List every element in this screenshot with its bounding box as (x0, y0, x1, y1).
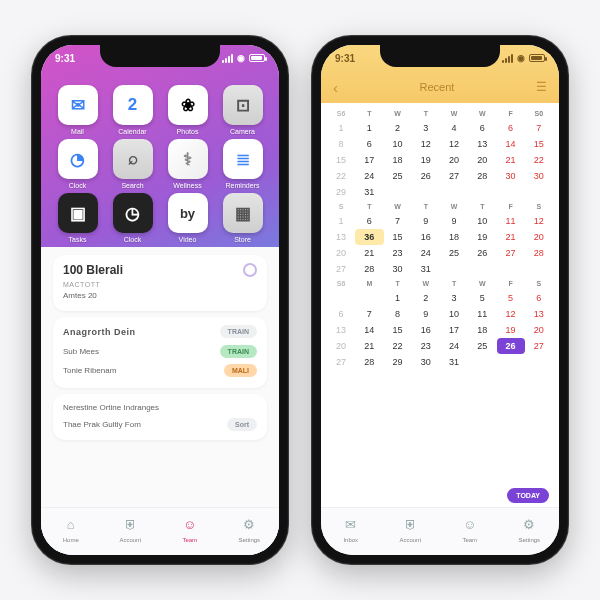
day-cell[interactable]: 7 (384, 213, 412, 229)
day-cell[interactable]: 30 (497, 168, 525, 184)
day-cell[interactable]: 30 (412, 354, 440, 370)
day-cell[interactable] (468, 354, 496, 370)
day-cell[interactable]: 13 (468, 136, 496, 152)
day-cell[interactable]: 5 (468, 290, 496, 306)
day-cell[interactable]: 25 (440, 245, 468, 261)
day-cell[interactable]: 25 (468, 338, 496, 354)
app-photos[interactable]: ❀Photos (165, 85, 210, 135)
tab-team[interactable]: ☺Team (440, 515, 500, 543)
tab-account[interactable]: ⛨Account (381, 515, 441, 543)
day-cell[interactable]: 2 (412, 290, 440, 306)
day-cell[interactable]: 21 (497, 229, 525, 245)
day-cell[interactable]: 20 (525, 229, 553, 245)
day-cell[interactable]: 15 (327, 152, 355, 168)
day-cell[interactable]: 28 (355, 261, 383, 277)
day-cell[interactable]: 31 (440, 354, 468, 370)
day-cell[interactable]: 1 (355, 120, 383, 136)
day-cell[interactable]: 6 (497, 120, 525, 136)
day-cell[interactable]: 20 (327, 245, 355, 261)
widget-list[interactable]: Nerestine Ortine Indranges Thae Prak Gul… (53, 394, 267, 440)
day-cell[interactable]: 24 (412, 245, 440, 261)
day-cell[interactable]: 18 (440, 229, 468, 245)
app-tasks[interactable]: ▣Tasks (55, 193, 100, 243)
day-cell[interactable]: 25 (384, 168, 412, 184)
day-cell[interactable]: 4 (440, 120, 468, 136)
day-cell[interactable]: 28 (468, 168, 496, 184)
day-cell[interactable]: 10 (468, 213, 496, 229)
day-cell[interactable]: 14 (355, 322, 383, 338)
day-cell[interactable]: 15 (384, 229, 412, 245)
day-cell[interactable]: 8 (327, 136, 355, 152)
day-cell[interactable]: 24 (355, 168, 383, 184)
tab-home[interactable]: ⌂Home (41, 515, 101, 543)
day-cell[interactable]: 29 (327, 184, 355, 200)
day-cell[interactable]: 15 (384, 322, 412, 338)
day-cell[interactable]: 13 (327, 229, 355, 245)
day-cell[interactable]: 3 (440, 290, 468, 306)
status-chip[interactable]: TRAIN (220, 345, 257, 358)
day-cell[interactable]: 16 (412, 322, 440, 338)
day-cell[interactable]: 5 (497, 290, 525, 306)
day-cell[interactable]: 6 (327, 306, 355, 322)
day-cell[interactable]: 12 (440, 136, 468, 152)
day-cell[interactable]: 18 (468, 322, 496, 338)
calendar-body[interactable]: S6TWTWWFS0112346678610121213141515171819… (321, 103, 559, 507)
day-cell[interactable]: 14 (497, 136, 525, 152)
day-cell[interactable]: 29 (384, 354, 412, 370)
day-cell[interactable]: 31 (355, 184, 383, 200)
app-store[interactable]: ▦Store (220, 193, 265, 243)
day-cell[interactable]: 27 (327, 354, 355, 370)
day-cell[interactable]: 31 (412, 261, 440, 277)
sort-chip[interactable]: Sort (227, 418, 257, 431)
status-chip[interactable]: MALI (224, 364, 257, 377)
day-cell[interactable]: 26 (497, 338, 525, 354)
tab-settings[interactable]: ⚙Settings (500, 515, 560, 543)
day-cell[interactable]: 21 (497, 152, 525, 168)
day-cell[interactable] (384, 184, 412, 200)
day-cell[interactable]: 9 (412, 213, 440, 229)
day-cell[interactable]: 6 (525, 290, 553, 306)
day-cell[interactable]: 1 (327, 213, 355, 229)
app-camera[interactable]: ⊡Camera (220, 85, 265, 135)
back-button[interactable]: ‹ (333, 79, 338, 96)
day-cell[interactable]: 21 (355, 245, 383, 261)
day-cell[interactable]: 27 (440, 168, 468, 184)
day-cell[interactable]: 19 (497, 322, 525, 338)
menu-icon[interactable]: ☰ (536, 80, 547, 94)
day-cell[interactable]: 12 (497, 306, 525, 322)
app-calendar[interactable]: 2Calendar (110, 85, 155, 135)
day-cell[interactable] (412, 184, 440, 200)
day-cell[interactable]: 16 (412, 229, 440, 245)
day-cell[interactable]: 9 (440, 213, 468, 229)
tab-inbox[interactable]: ✉Inbox (321, 515, 381, 543)
day-cell[interactable]: 22 (327, 168, 355, 184)
day-cell[interactable]: 26 (468, 245, 496, 261)
day-cell[interactable]: 13 (525, 306, 553, 322)
app-reminders[interactable]: ≣Reminders (220, 139, 265, 189)
app-mail[interactable]: ✉Mail (55, 85, 100, 135)
day-cell[interactable]: 6 (355, 213, 383, 229)
day-cell[interactable]: 1 (327, 120, 355, 136)
day-cell[interactable] (327, 290, 355, 306)
app-clock[interactable]: ◔Clock (55, 139, 100, 189)
day-cell[interactable] (440, 261, 468, 277)
day-cell[interactable]: 30 (525, 168, 553, 184)
day-cell[interactable]: 22 (384, 338, 412, 354)
day-cell[interactable] (525, 354, 553, 370)
day-cell[interactable]: 20 (468, 152, 496, 168)
day-cell[interactable]: 15 (525, 136, 553, 152)
day-cell[interactable]: 7 (355, 306, 383, 322)
day-cell[interactable] (497, 354, 525, 370)
day-cell[interactable]: 23 (412, 338, 440, 354)
day-cell[interactable]: 26 (412, 168, 440, 184)
day-cell[interactable]: 30 (384, 261, 412, 277)
day-cell[interactable]: 11 (497, 213, 525, 229)
day-cell[interactable]: 12 (412, 136, 440, 152)
widget-tasks[interactable]: Anagrorth Dein TRAIN Sub MeesTRAIN Tonie… (53, 317, 267, 388)
day-cell[interactable]: 19 (412, 152, 440, 168)
day-cell[interactable]: 23 (384, 245, 412, 261)
today-button[interactable]: TODAY (507, 488, 549, 503)
day-cell[interactable]: 27 (525, 338, 553, 354)
app-search[interactable]: ⌕Search (110, 139, 155, 189)
widget-summary[interactable]: 100 Blerali MACTOTT Amtes 20 (53, 255, 267, 311)
